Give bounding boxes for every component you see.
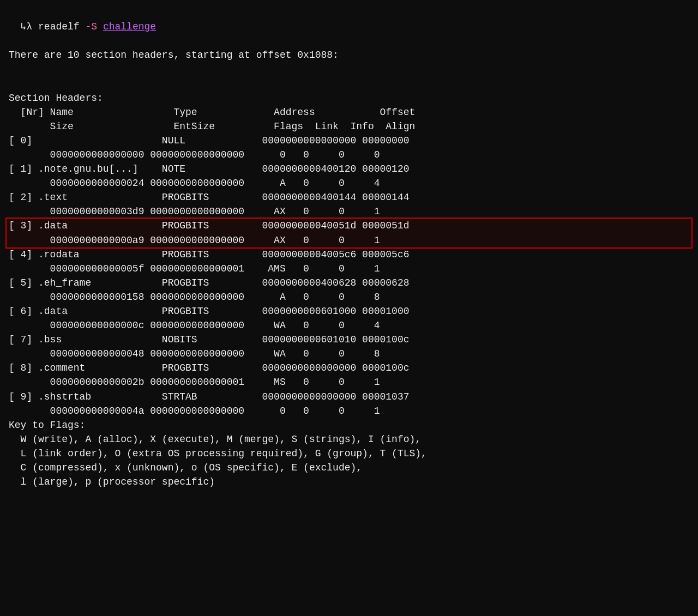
section-row-2: [ 2] .text PROGBITS 0000000000400144 000… [9,190,689,219]
arrow-icon: ↳ [9,20,26,34]
section-row-9: [ 9] .shstrtab STRTAB 0000000000000000 0… [9,390,689,418]
command-text: readelf [38,20,85,34]
terminal-output: ↳λ readelf -S challenge There are 10 sec… [9,5,689,134]
columns-line2: Size EntSize Flags Link Info Align [9,121,415,132]
section-row-1: [ 1] .note.gnu.bu[...] NOTE 000000000040… [9,162,689,190]
section-row-8: [ 8] .comment PROGBITS 0000000000000000 … [9,361,689,389]
section-row-3: [ 3] .data PROGBITS 000000000040051d 000… [7,219,691,247]
lambda-symbol: λ [26,20,38,34]
header-line: There are 10 section headers, starting a… [9,50,339,61]
sections-table: [ 0] NULL 0000000000000000 00000000 0000… [9,134,689,418]
key-flags-line: W (write), A (alloc), X (execute), M (me… [9,432,689,446]
section-row-7: [ 7] .bss NOBITS 0000000000601010 000010… [9,333,689,361]
key-flags-line: l (large), p (processor specific) [9,475,689,489]
columns-line1: [Nr] Name Type Address Offset [9,107,415,118]
section-row-0: [ 0] NULL 0000000000000000 00000000 0000… [9,134,689,162]
prompt-line: ↳λ readelf -S challenge [9,20,689,34]
section-row-6: [ 6] .data PROGBITS 0000000000601000 000… [9,304,689,333]
section-row-4: [ 4] .rodata PROGBITS 00000000004005c6 0… [9,247,689,276]
key-flags-section: Key to Flags: W (write), A (alloc), X (e… [9,418,689,489]
key-flags-line: C (compressed), x (unknown), o (OS speci… [9,461,689,475]
key-flags-line: L (link order), O (extra OS processing r… [9,446,689,461]
section-row-5: [ 5] .eh_frame PROGBITS 0000000000400628… [9,276,689,304]
filename-text: challenge [103,20,156,34]
section-headers-label: Section Headers: [9,93,103,104]
key-flags-line: Key to Flags: [9,418,689,432]
flag-text: -S [85,20,103,34]
